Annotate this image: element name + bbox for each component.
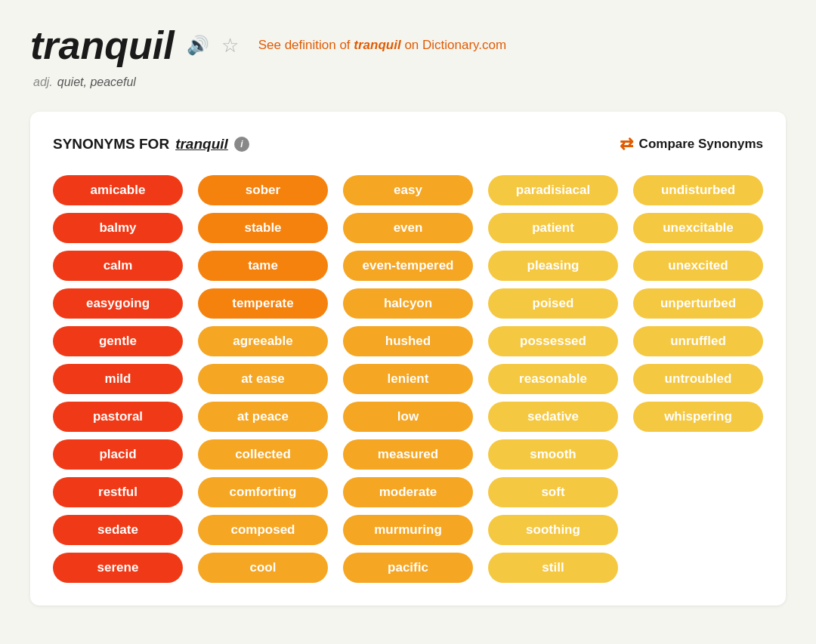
synonym-pill[interactable]: sober <box>198 175 328 205</box>
synonym-column-col4: paradisiacalpatientpleasingpoisedpossess… <box>488 175 618 583</box>
synonym-pill[interactable]: reasonable <box>488 364 618 394</box>
synonym-pill[interactable]: undisturbed <box>633 175 763 205</box>
synonym-pill[interactable]: lenient <box>343 364 473 394</box>
synonym-pill[interactable]: comforting <box>198 477 328 507</box>
speaker-icon[interactable]: 🔊 <box>187 35 209 56</box>
synonym-pill[interactable]: paradisiacal <box>488 175 618 205</box>
synonym-pill[interactable]: agreeable <box>198 326 328 356</box>
synonym-pill[interactable]: sedate <box>53 515 183 545</box>
synonym-pill[interactable]: unperturbed <box>633 288 763 319</box>
synonym-pill[interactable]: restful <box>53 477 183 507</box>
synonym-pill[interactable]: unexcited <box>633 251 763 281</box>
synonym-pill[interactable]: low <box>343 402 473 432</box>
synonym-column-col5: undisturbedunexcitableunexcitedunperturb… <box>633 175 763 432</box>
synonym-pill[interactable]: at ease <box>198 364 328 394</box>
synonym-pill[interactable]: serene <box>53 553 183 583</box>
synonym-pill[interactable]: moderate <box>343 477 473 507</box>
word-definition: adj.quiet, peaceful <box>33 75 786 89</box>
compare-icon: ⇄ <box>620 134 633 154</box>
synonyms-prefix: SYNONYMS FOR <box>53 136 169 153</box>
synonym-pill[interactable]: soothing <box>488 515 618 545</box>
synonym-pill[interactable]: pleasing <box>488 251 618 281</box>
synonyms-header: SYNONYMS FOR tranquil i ⇄ Compare Synony… <box>53 134 763 154</box>
synonym-pill[interactable]: measured <box>343 439 473 470</box>
page-header: tranquil 🔊 ☆ See definition of tranquil … <box>30 23 786 68</box>
synonym-pill[interactable]: amicable <box>53 175 183 205</box>
synonym-pill[interactable]: collected <box>198 439 328 470</box>
synonym-column-col3: easyeveneven-temperedhalcyonhushedlenien… <box>343 175 473 583</box>
synonym-pill[interactable]: tame <box>198 251 328 281</box>
synonym-pill[interactable]: poised <box>488 288 618 319</box>
synonym-pill[interactable]: even-tempered <box>343 251 473 281</box>
synonym-column-col2: soberstabletametemperateagreeableat ease… <box>198 175 328 583</box>
synonym-pill[interactable]: even <box>343 213 473 243</box>
synonym-pill[interactable]: temperate <box>198 288 328 319</box>
synonym-pill[interactable]: murmuring <box>343 515 473 545</box>
synonym-pill[interactable]: calm <box>53 251 183 281</box>
synonym-pill[interactable]: possessed <box>488 326 618 356</box>
dictionary-link[interactable]: See definition of tranquil on Dictionary… <box>258 38 507 53</box>
synonym-pill[interactable]: halcyon <box>343 288 473 319</box>
synonyms-section: SYNONYMS FOR tranquil i ⇄ Compare Synony… <box>30 112 786 605</box>
synonym-pill[interactable]: unexcitable <box>633 213 763 243</box>
synonyms-word[interactable]: tranquil <box>175 136 228 153</box>
compare-synonyms-button[interactable]: ⇄ Compare Synonyms <box>620 134 763 154</box>
dict-link-word: tranquil <box>354 38 400 52</box>
synonym-pill[interactable]: at peace <box>198 402 328 432</box>
synonym-pill[interactable]: stable <box>198 213 328 243</box>
star-icon[interactable]: ☆ <box>221 34 239 57</box>
synonym-pill[interactable]: hushed <box>343 326 473 356</box>
synonym-pill[interactable]: pastoral <box>53 402 183 432</box>
synonym-pill[interactable]: untroubled <box>633 364 763 394</box>
synonym-pill[interactable]: placid <box>53 439 183 470</box>
synonym-pill[interactable]: patient <box>488 213 618 243</box>
words-grid: amicablebalmycalmeasygoinggentlemildpast… <box>53 175 763 583</box>
synonym-pill[interactable]: mild <box>53 364 183 394</box>
synonym-pill[interactable]: still <box>488 553 618 583</box>
synonym-pill[interactable]: composed <box>198 515 328 545</box>
info-icon[interactable]: i <box>234 137 249 152</box>
synonym-pill[interactable]: easy <box>343 175 473 205</box>
synonym-pill[interactable]: unruffled <box>633 326 763 356</box>
definition-text: quiet, peaceful <box>57 75 136 88</box>
synonyms-title: SYNONYMS FOR tranquil i <box>53 136 249 153</box>
synonym-pill[interactable]: gentle <box>53 326 183 356</box>
synonym-pill[interactable]: cool <box>198 553 328 583</box>
synonym-pill[interactable]: soft <box>488 477 618 507</box>
synonym-column-col1: amicablebalmycalmeasygoinggentlemildpast… <box>53 175 183 583</box>
synonym-pill[interactable]: smooth <box>488 439 618 470</box>
main-word: tranquil <box>30 23 175 68</box>
synonym-pill[interactable]: pacific <box>343 553 473 583</box>
synonym-pill[interactable]: easygoing <box>53 288 183 319</box>
synonym-pill[interactable]: whispering <box>633 402 763 432</box>
synonym-pill[interactable]: sedative <box>488 402 618 432</box>
synonym-pill[interactable]: balmy <box>53 213 183 243</box>
part-of-speech: adj. <box>33 75 53 88</box>
compare-label: Compare Synonyms <box>639 137 763 152</box>
